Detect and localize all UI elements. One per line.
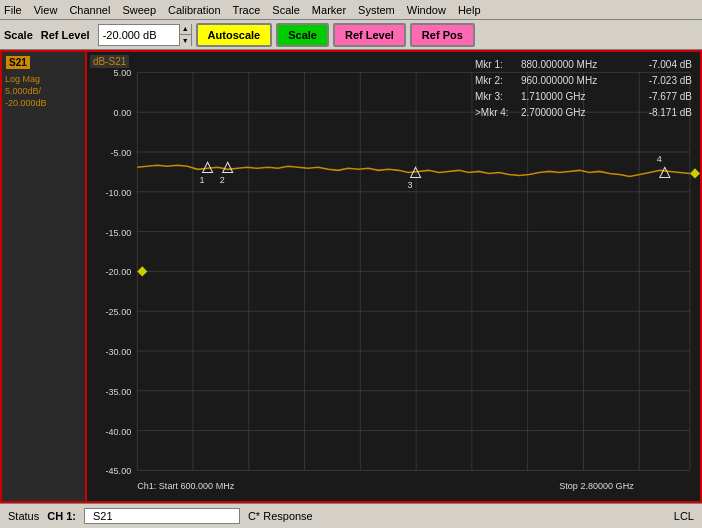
menu-help[interactable]: Help: [458, 4, 481, 16]
marker-4-label: 4: [657, 154, 662, 164]
marker-3-label: 3: [408, 180, 413, 190]
reflevel-button[interactable]: Ref Level: [333, 23, 406, 47]
marker-info: Mkr 1: 880.000000 MHz -7.004 dB Mkr 2: 9…: [475, 57, 692, 121]
trace-scale: 5.000dB/: [2, 85, 85, 97]
marker-2-label: 2: [220, 175, 225, 185]
svg-text:-20.00: -20.00: [106, 267, 132, 277]
svg-text:-10.00: -10.00: [106, 188, 132, 198]
response-label: C* Response: [248, 510, 313, 522]
spin-up-button[interactable]: ▲: [180, 24, 191, 36]
ref-level-spin: ▲ ▼: [179, 24, 191, 46]
marker-4: >Mkr 4: 2.700000 GHz -8.171 dB: [475, 105, 692, 121]
menu-scale[interactable]: Scale: [272, 4, 300, 16]
ref-level-label: Ref Level: [41, 29, 90, 41]
trace-ref: -20.000dB: [2, 97, 85, 109]
trace-type: Log Mag: [2, 73, 85, 85]
menubar: File View Channel Sweep Calibration Trac…: [0, 0, 702, 20]
svg-text:-45.00: -45.00: [106, 466, 132, 476]
marker-1: Mkr 1: 880.000000 MHz -7.004 dB: [475, 57, 692, 73]
menu-sweep[interactable]: Sweep: [122, 4, 156, 16]
refpos-button[interactable]: Ref Pos: [410, 23, 475, 47]
scale-button[interactable]: Scale: [276, 23, 329, 47]
channel-label: S21: [6, 56, 30, 69]
svg-text:Stop  2.80000 GHz: Stop 2.80000 GHz: [559, 481, 634, 491]
scale-label: Scale: [4, 29, 33, 41]
toolbar: Scale Ref Level ▲ ▼ Autoscale Scale Ref …: [0, 20, 702, 50]
menu-channel[interactable]: Channel: [69, 4, 110, 16]
spin-down-button[interactable]: ▼: [180, 35, 191, 46]
s21-input[interactable]: [84, 508, 240, 524]
menu-calibration[interactable]: Calibration: [168, 4, 221, 16]
menu-window[interactable]: Window: [407, 4, 446, 16]
svg-text:-40.00: -40.00: [106, 427, 132, 437]
main-area: S21 Log Mag 5.000dB/ -20.000dB dB-S21 Mk…: [0, 50, 702, 503]
ref-level-input[interactable]: [99, 25, 179, 45]
menu-marker[interactable]: Marker: [312, 4, 346, 16]
left-panel: S21 Log Mag 5.000dB/ -20.000dB: [0, 50, 85, 503]
svg-text:-25.00: -25.00: [106, 307, 132, 317]
left-ref-marker: [137, 266, 147, 276]
right-ref-marker: [690, 168, 700, 178]
svg-text:0.00: 0.00: [114, 108, 132, 118]
svg-text:-5.00: -5.00: [111, 148, 132, 158]
svg-text:5.00: 5.00: [114, 68, 132, 78]
status-label: Status: [8, 510, 39, 522]
marker-2: Mkr 2: 960.000000 MHz -7.023 dB: [475, 73, 692, 89]
menu-trace[interactable]: Trace: [233, 4, 261, 16]
svg-text:-15.00: -15.00: [106, 228, 132, 238]
marker-3: Mkr 3: 1.710000 GHz -7.677 dB: [475, 89, 692, 105]
svg-text:Ch1: Start  600.000 MHz: Ch1: Start 600.000 MHz: [137, 481, 234, 491]
chart-area: dB-S21 Mkr 1: 880.000000 MHz -7.004 dB M…: [85, 50, 702, 503]
db-label: dB-S21: [90, 55, 129, 68]
ref-level-input-container: ▲ ▼: [98, 24, 192, 46]
menu-view[interactable]: View: [34, 4, 58, 16]
menu-file[interactable]: File: [4, 4, 22, 16]
svg-text:-35.00: -35.00: [106, 387, 132, 397]
autoscale-button[interactable]: Autoscale: [196, 23, 273, 47]
marker-1-label: 1: [200, 175, 205, 185]
menu-system[interactable]: System: [358, 4, 395, 16]
statusbar: Status CH 1: C* Response LCL: [0, 503, 702, 528]
marker-4-triangle: [660, 167, 670, 177]
svg-text:-30.00: -30.00: [106, 347, 132, 357]
lcl-label: LCL: [674, 510, 694, 522]
ch-label: CH 1:: [47, 510, 76, 522]
marker-2-triangle: [223, 162, 233, 172]
